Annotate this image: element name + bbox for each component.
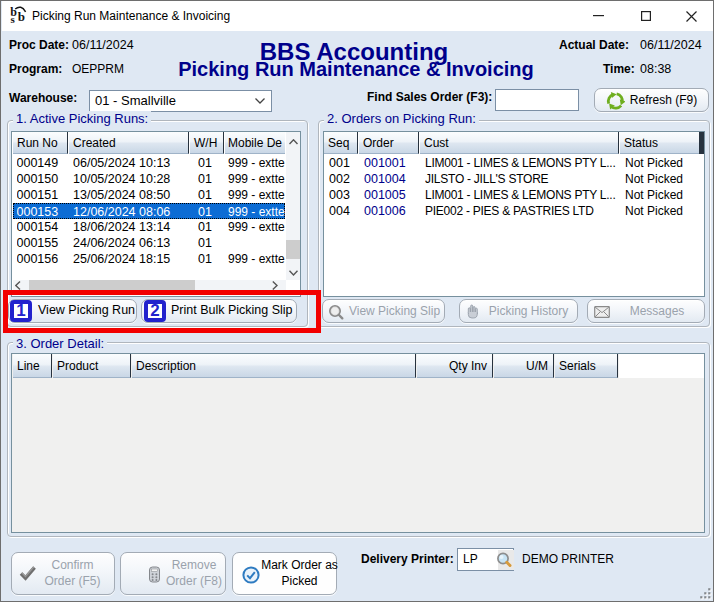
svg-text:s: s bbox=[11, 13, 16, 25]
svg-text:b: b bbox=[18, 9, 25, 24]
